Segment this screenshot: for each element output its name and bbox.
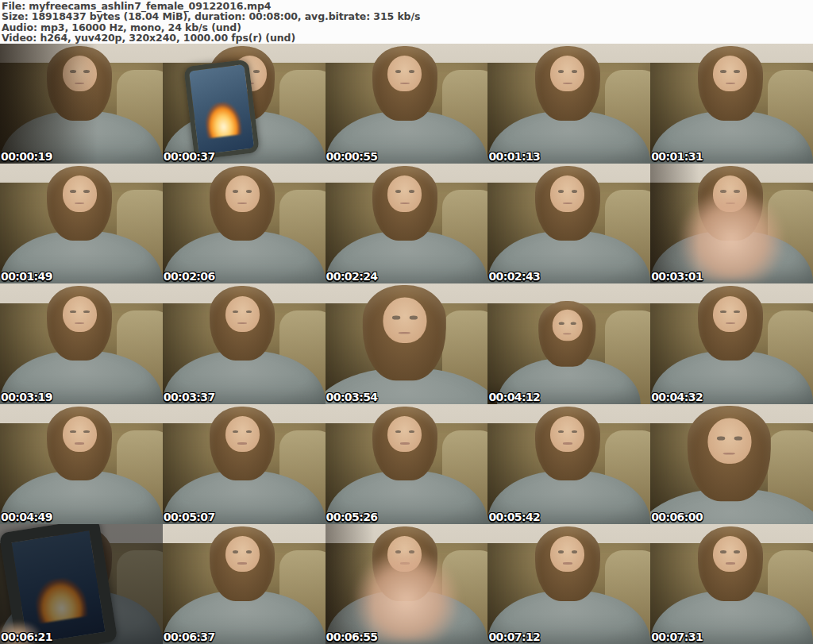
timestamp-label: 00:03:01	[651, 271, 703, 283]
person-face	[225, 416, 260, 452]
video-thumbnail: 00:02:06	[163, 164, 326, 283]
person-face	[713, 536, 747, 572]
video-thumbnail: 00:04:49	[0, 404, 163, 524]
timestamp-label: 00:02:06	[164, 271, 215, 283]
media-info-header: File: myfreecams_ashlin7_female_09122016…	[0, 0, 813, 44]
person-face	[63, 416, 97, 452]
video-thumbnail: 00:01:49	[0, 164, 163, 283]
video-thumbnail: 00:03:01	[650, 164, 813, 283]
person-figure	[487, 164, 650, 283]
video-thumbnail: 00:07:31	[650, 524, 813, 644]
video-thumbnail: 00:04:32	[650, 283, 813, 403]
person-face	[713, 296, 747, 332]
person-figure	[0, 164, 163, 283]
person-figure	[0, 404, 163, 524]
person-figure	[326, 164, 488, 283]
person-figure	[650, 404, 813, 524]
video-thumbnail: 00:03:19	[0, 283, 163, 403]
video-thumbnail: 00:05:42	[487, 404, 650, 524]
timestamp-label: 00:01:31	[651, 151, 703, 163]
video-contact-sheet: File: myfreecams_ashlin7_female_09122016…	[0, 0, 813, 644]
person-face	[550, 536, 584, 572]
person-figure	[163, 164, 326, 283]
person-face	[707, 418, 751, 464]
person-face	[550, 56, 584, 91]
timestamp-label: 00:06:00	[651, 511, 703, 523]
timestamp-label: 00:02:43	[488, 271, 540, 283]
person-face	[383, 298, 426, 344]
person-figure	[487, 524, 650, 644]
person-figure	[487, 44, 650, 164]
person-figure	[163, 524, 326, 644]
shadow-overlay	[650, 164, 813, 283]
video-thumbnail: 00:00:55	[326, 44, 488, 164]
person-face	[387, 175, 422, 211]
timestamp-label: 00:02:24	[326, 271, 378, 283]
timestamp-label: 00:06:55	[326, 631, 378, 643]
person-figure	[163, 283, 326, 403]
person-face	[387, 56, 422, 91]
timestamp-label: 00:03:19	[1, 391, 52, 403]
person-figure	[163, 404, 326, 524]
video-thumbnail: 00:05:26	[326, 404, 488, 524]
video-thumbnail: 00:00:37	[163, 44, 326, 164]
video-thumbnail: 00:02:43	[487, 164, 650, 283]
person-face	[550, 416, 584, 452]
video-info-line: Video: h264, yuv420p, 320x240, 1000.00 f…	[2, 33, 813, 43]
person-figure	[650, 44, 813, 164]
person-figure	[498, 299, 641, 404]
timestamp-label: 00:06:21	[1, 631, 52, 643]
person-face	[225, 536, 260, 572]
person-figure	[0, 283, 163, 403]
person-figure	[326, 44, 488, 164]
timestamp-label: 00:04:12	[488, 391, 540, 403]
timestamp-label: 00:01:49	[1, 271, 52, 283]
audio-info-line: Audio: mp3, 16000 Hz, mono, 24 kb/s (und…	[2, 22, 813, 33]
timestamp-label: 00:04:49	[1, 511, 52, 523]
tablet-device	[183, 60, 260, 160]
video-thumbnail: 00:03:37	[163, 283, 326, 403]
video-thumbnail: 00:04:12	[487, 283, 650, 403]
timestamp-label: 00:05:42	[488, 511, 540, 523]
person-figure	[650, 524, 813, 644]
timestamp-label: 00:00:55	[326, 151, 378, 163]
video-thumbnail: 00:05:07	[163, 404, 326, 524]
video-thumbnail: 00:06:00	[650, 404, 813, 524]
timestamp-label: 00:01:13	[488, 151, 540, 163]
timestamp-label: 00:00:37	[164, 151, 215, 163]
timestamp-label: 00:04:32	[651, 391, 703, 403]
video-thumbnail: 00:06:21	[0, 524, 163, 644]
video-thumbnail: 00:07:12	[487, 524, 650, 644]
person-face	[225, 175, 260, 211]
timestamp-label: 00:06:37	[164, 631, 215, 643]
person-figure	[487, 404, 650, 524]
timestamp-label: 00:03:37	[164, 391, 215, 403]
person-face	[550, 175, 584, 211]
person-face	[713, 56, 747, 91]
shadow-overlay	[326, 524, 488, 644]
video-thumbnail: 00:06:55	[326, 524, 488, 644]
person-face	[225, 296, 260, 332]
person-face	[63, 296, 97, 332]
timestamp-label: 00:05:07	[164, 511, 215, 523]
video-thumbnail: 00:02:24	[326, 164, 488, 283]
person-figure	[326, 404, 488, 524]
shadow-overlay	[0, 44, 163, 164]
file-name-line: File: myfreecams_ashlin7_female_09122016…	[2, 1, 813, 11]
person-face	[553, 310, 583, 341]
thumbnail-grid: 00:00:19 00:00:37	[0, 44, 813, 644]
video-thumbnail: 00:01:13	[487, 44, 650, 164]
video-thumbnail: 00:01:31	[650, 44, 813, 164]
video-thumbnail: 00:03:54	[326, 283, 488, 403]
timestamp-label: 00:07:31	[651, 631, 703, 643]
timestamp-label: 00:03:54	[326, 391, 378, 403]
timestamp-label: 00:07:12	[488, 631, 540, 643]
timestamp-label: 00:00:19	[1, 151, 52, 163]
fire-image	[202, 101, 242, 138]
person-face	[63, 175, 97, 211]
video-thumbnail: 00:00:19	[0, 44, 163, 164]
person-figure	[326, 283, 488, 403]
video-thumbnail: 00:06:37	[163, 524, 326, 644]
person-face	[387, 416, 422, 452]
file-size-line: Size: 18918437 bytes (18.04 MiB), durati…	[2, 11, 813, 21]
